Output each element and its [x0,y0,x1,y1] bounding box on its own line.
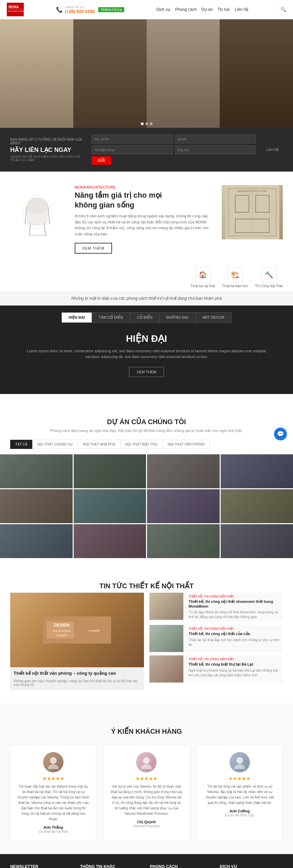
testimonial-name-3: Anh Cường [204,809,276,813]
cta-email-input[interactable] [175,135,256,143]
about-blueprint: MONA ARCHITECTURE [222,185,283,239]
blueprint-image: MONA ARCHITECTURE [222,185,283,239]
hero-dot-3[interactable] [150,122,152,125]
svg-text:DESIGN: DESIGN [54,623,70,628]
project-cell-2[interactable] [74,454,146,488]
svg-point-20 [50,757,57,764]
avatar-2 [136,752,157,772]
testimonial-role-1: Dự thiết kế nội thất [17,830,89,833]
project-cell-8[interactable] [221,489,293,523]
cta-title: HÃY LIÊN LẠC NGAY [10,146,85,154]
news-item-desc-1: Tủ đồ đẹp Mona thi công nói thất showroo… [189,610,281,619]
project-cell-6[interactable] [74,489,146,523]
news-item-2[interactable]: Thiết kế, thi công nội thất Thiết kế, th… [149,625,283,652]
testimonials-section: Ý KIẾN KHÁCH HÀNG ★★★★★ Tôi được đặt hợp… [0,704,293,854]
nav-tin-tuc[interactable]: Tin tức [218,7,230,12]
ptab-chung-cu[interactable]: NỘI THẤT CHUNG CƯ [32,440,78,449]
nav-lien-he[interactable]: Liên hệ [235,7,249,12]
news-main-image: DESIGN form & function innovative creati… [10,593,144,667]
project-cell-12[interactable] [221,524,293,558]
news-item-1[interactable]: Thiết kế, thi công nội thất Thiết kế, th… [149,593,283,622]
tab-duong-dai[interactable]: ĐƯỜNG ĐẠI [160,313,196,322]
project-cell-3[interactable] [147,454,220,488]
blueprint-svg: MONA ARCHITECTURE [225,185,279,239]
news-side: Thiết kế, thi công nội thất Thiết kế, th… [149,593,283,690]
tab-tan-co-dien[interactable]: TÂN CỔ ĐIỂN [92,313,130,322]
project-cell-7[interactable] [147,489,220,523]
project-cell-9[interactable] [0,524,73,558]
testimonial-1: ★★★★★ Tôi được đặt hợp tác với Valuma tr… [10,745,96,841]
project-cell-10[interactable] [74,524,146,558]
ptab-nha-pho[interactable]: NỘI THẤT NHÀ PHỐ [78,440,120,449]
news-main-title: Thiết kế nội thất văn phòng – công ty qu… [10,667,144,679]
style-title: HIỆN ĐẠI [20,333,273,344]
ptab-van-phong[interactable]: NỘI THẤT VĂN PHÒNG [163,440,210,449]
footer-top: NEWSLETTER Đăng ký nhận thông tin để cập… [0,854,293,868]
service-icon-noi-that: 🏠 Thiết kế nội thất [190,267,215,288]
projects-subtitle: Phong cách đẹp mang lại ngôi nhà đẹp. Nộ… [0,429,293,433]
about-btn[interactable]: XEM THÊM [75,243,112,254]
cta-form: GỬI [92,135,256,165]
ptab-biet-thu[interactable]: NỘI THẤT BIỆT THỰ [120,440,163,449]
tab-hien-dai[interactable]: HIỆN ĐẠI [62,313,92,322]
hero-dot-2[interactable] [145,122,148,125]
nav-links: Dịch vụ Phong cách Dự án Tin tức Liên hệ [156,7,248,12]
testimonial-role-2: Getmek Premium [110,824,182,828]
stars-3: ★★★★★ [204,776,276,781]
news-item-title-2: Thiết kế, thi công nội thất của cửa [189,631,281,636]
newsletter-title: NEWSLETTER [10,864,73,868]
tab-co-dien[interactable]: CỔ ĐIỂN [130,313,160,322]
kien-truc-icon: 🏗️ [227,267,243,282]
footer-dich-vu: DỊCH VỤ Thiết kế nội thất nhà Thiết kế n… [220,864,283,868]
about-chair-illustration [10,185,65,241]
cta-note: CHÚNG TÔI SẼ GIÚP HIỆN THỰC HÓA ƯỚC MƠ T… [10,155,85,162]
cta-address-input[interactable] [175,145,256,154]
ptab-all[interactable]: TẤT CẢ [10,440,33,449]
testimonial-name-2: Chị Quỳnh [110,820,182,824]
cta-phone-input[interactable] [92,145,173,154]
testimonial-2: ★★★★★ Với sự tư vấn của Valuma, tôi đã c… [103,745,189,841]
design-logo-svg: DESIGN form & function innovative creati… [43,616,111,644]
style-btn[interactable]: XEM THÊM [129,367,164,377]
nav-du-an[interactable]: Dự án [201,7,213,12]
nav-dich-vu[interactable]: Dịch vụ [156,7,170,12]
project-cell-4[interactable] [221,454,293,488]
projects-title: DỰ ÁN CỦA CHÚNG TÔI [0,408,293,429]
cta-submit-button[interactable]: GỬI [92,156,111,165]
svg-text:creative: creative [89,629,99,632]
nav-logo[interactable]: MONA ARCHITECTURE [7,3,24,16]
project-cell-5[interactable] [0,489,73,523]
style-description: Lorem ipsum dolor sit amet, consectetur … [20,348,273,360]
tab-art-decor[interactable]: ART DECOR [196,313,231,322]
testimonial-text-2: Với sự tư vấn của Valuma, tôi đã có được… [110,784,182,816]
news-item-3[interactable]: Thiết kế, thi công nội thất Thiết kế, th… [149,655,283,683]
testimonial-role-3: Dự án An Bình City [204,813,276,817]
news-item-desc-2: Thiết kế nội thất đẹp mê hồn dành cho nh… [189,638,281,647]
nav-phong-cach[interactable]: Phong cách [175,7,197,12]
service-icon-kien-truc: 🏗️ Thiết kế kiến trúc [222,267,248,288]
svg-point-25 [234,764,245,769]
cta-name-input[interactable] [92,135,173,143]
hero-dot-1[interactable] [141,122,144,125]
logo-icon: MONA ARCHITECTURE [7,3,24,16]
search-icon[interactable]: 🔍 [280,7,286,12]
chair-svg [10,185,65,239]
stars-1: ★★★★★ [17,776,89,781]
stars-2: ★★★★★ [110,776,182,781]
project-tabs: TẤT CẢ NỘI THẤT CHUNG CƯ NỘI THẤT NHÀ PH… [0,440,293,449]
project-cell-1[interactable] [0,454,73,488]
navbar: MONA ARCHITECTURE 📞 Hotline hỗ trợ (+26)… [0,0,293,19]
project-cell-11[interactable] [147,524,220,558]
news-main-article[interactable]: DESIGN form & function innovative creati… [10,593,144,690]
about-subtitle: Mona Architecture [75,185,212,189]
svg-point-22 [143,757,150,764]
style-content: HIỆN ĐẠI Lorem ipsum dolor sit amet, con… [0,323,293,387]
news-item-title-3: Thiết kế, thi công biệt thự tại Đà Lạt [189,662,281,667]
footer-grid: NEWSLETTER Đăng ký nhận thông tin để cập… [10,864,283,868]
svg-rect-0 [7,3,24,16]
thi-cong-icon: 🔨 [261,267,277,282]
testimonial-name-1: Anh Thắng [17,825,89,830]
news-item-content-2: Thiết kế, thi công nội thất Thiết kế, th… [187,625,283,652]
messenger-button[interactable]: 💬 [274,428,287,440]
news-item-title-1: Thiết kế, thi công nội thất showroom thờ… [189,599,281,609]
